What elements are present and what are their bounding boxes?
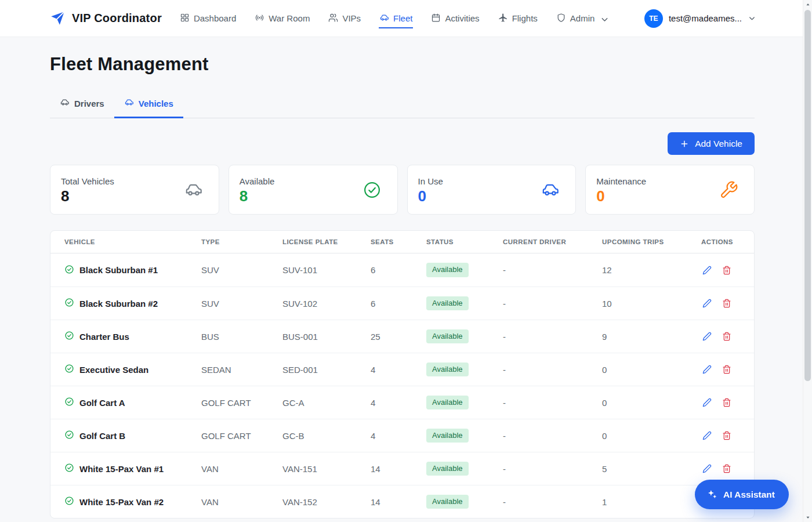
- stats-cards: Total Vehicles 8 Available 8 In Use 0 Ma…: [50, 165, 755, 215]
- delete-button[interactable]: [721, 364, 733, 375]
- car-icon: [184, 180, 203, 200]
- actions-cell: [701, 298, 740, 309]
- seats-cell: 6: [371, 299, 426, 309]
- ai-assistant-button[interactable]: AI Assistant: [695, 480, 789, 509]
- current-driver-cell: -: [503, 365, 602, 375]
- status-cell: Available: [426, 396, 503, 409]
- delete-button[interactable]: [721, 264, 733, 276]
- nav-label: Flights: [512, 13, 538, 23]
- license-plate-cell: VAN-151: [282, 464, 371, 474]
- stat-label: Available: [240, 176, 275, 186]
- type-cell: VAN: [201, 464, 282, 474]
- trash-icon: [722, 400, 731, 409]
- seats-cell: 4: [371, 431, 426, 441]
- vehicle-cell: Black Suburban #2: [64, 298, 201, 309]
- car-icon: [379, 13, 389, 24]
- nav-item-fleet[interactable]: Fleet: [379, 9, 413, 28]
- table-row: Charter Bus BUS BUS-001 25 Available - 9: [50, 320, 754, 353]
- upcoming-trips-cell: 0: [602, 431, 701, 441]
- edit-button[interactable]: [701, 264, 713, 276]
- chevron-down-icon: [600, 14, 608, 23]
- edit-button[interactable]: [701, 298, 713, 309]
- license-plate-cell: GC-A: [282, 398, 371, 408]
- pencil-icon: [702, 301, 712, 310]
- column-header-license-plate: License Plate: [282, 238, 371, 245]
- delete-button[interactable]: [721, 463, 733, 474]
- check-circle-icon: [362, 180, 382, 200]
- nav-label: Admin: [570, 13, 595, 23]
- nav-item-war-room[interactable]: War Room: [254, 9, 310, 28]
- edit-button[interactable]: [701, 397, 713, 408]
- dashboard-grid-icon: [180, 13, 190, 24]
- tab-vehicles[interactable]: Vehicles: [114, 94, 183, 118]
- add-vehicle-button[interactable]: Add Vehicle: [668, 132, 755, 155]
- upcoming-trips-cell: 1: [602, 497, 701, 507]
- status-badge: Available: [426, 263, 469, 277]
- wrench-icon: [719, 180, 738, 200]
- table-row: Golf Cart B GOLF CART GC-B 4 Available -…: [50, 419, 754, 452]
- tab-label: Vehicles: [139, 99, 173, 108]
- status-badge: Available: [426, 495, 469, 509]
- tab-drivers[interactable]: Drivers: [50, 94, 114, 118]
- delete-button[interactable]: [721, 331, 733, 342]
- status-badge: Available: [426, 396, 469, 409]
- nav-label: Fleet: [393, 13, 412, 23]
- edit-button[interactable]: [701, 364, 713, 375]
- brand[interactable]: VIP Coordinator: [50, 10, 162, 26]
- edit-button[interactable]: [701, 430, 713, 441]
- user-email: test@madeames...: [669, 13, 742, 23]
- delete-button[interactable]: [721, 298, 733, 309]
- shield-icon: [556, 13, 566, 24]
- status-badge: Available: [426, 296, 469, 310]
- nav-item-activities[interactable]: Activities: [430, 9, 480, 28]
- table-header-row: Vehicle Type License Plate Seats Status …: [50, 231, 754, 253]
- pencil-icon: [702, 268, 712, 277]
- scroll-up-arrow-icon[interactable]: [803, 0, 812, 9]
- check-circle-icon: [64, 364, 74, 375]
- check-circle-icon: [64, 496, 74, 507]
- nav-item-dashboard[interactable]: Dashboard: [179, 9, 237, 28]
- nav-item-vips[interactable]: VIPs: [328, 9, 361, 28]
- vehicle-name: Golf Cart A: [79, 398, 125, 408]
- scroll-down-arrow-icon[interactable]: [803, 513, 812, 522]
- stat-value: 0: [596, 188, 646, 204]
- scrollbar-thumb[interactable]: [804, 10, 811, 381]
- main-nav: Dashboard War Room VIPs Fleet Activities…: [179, 9, 644, 28]
- main-content: Fleet Management Drivers Vehicles Add Ve…: [50, 37, 755, 519]
- column-header-vehicle: Vehicle: [64, 238, 201, 245]
- scrollbar[interactable]: [803, 0, 812, 522]
- paper-plane-logo-icon: [50, 10, 66, 26]
- type-cell: GOLF CART: [201, 431, 282, 441]
- edit-button[interactable]: [701, 463, 713, 474]
- stat-value: 8: [61, 188, 114, 204]
- check-circle-icon: [64, 463, 74, 474]
- current-driver-cell: -: [503, 464, 602, 474]
- check-circle-icon: [64, 430, 74, 441]
- trash-icon: [722, 466, 731, 475]
- delete-button[interactable]: [721, 397, 733, 408]
- vehicle-name: Golf Cart B: [79, 431, 125, 441]
- pencil-icon: [702, 334, 712, 343]
- nav-item-admin[interactable]: Admin: [556, 9, 609, 28]
- ai-assistant-label: AI Assistant: [723, 490, 775, 500]
- nav-label: War Room: [269, 13, 310, 23]
- status-cell: Available: [426, 296, 503, 310]
- column-header-type: Type: [201, 238, 282, 245]
- vehicle-name: Black Suburban #1: [79, 265, 158, 275]
- seats-cell: 6: [371, 265, 426, 275]
- edit-button[interactable]: [701, 331, 713, 342]
- status-badge: Available: [426, 329, 469, 343]
- actions-cell: [701, 397, 740, 408]
- delete-button[interactable]: [721, 430, 733, 441]
- user-menu[interactable]: TE test@madeames...: [644, 9, 756, 28]
- nav-item-flights[interactable]: Flights: [498, 9, 538, 28]
- add-vehicle-label: Add Vehicle: [695, 139, 742, 149]
- column-header-actions: Actions: [701, 238, 740, 245]
- people-icon: [328, 13, 338, 24]
- seats-cell: 4: [371, 365, 426, 375]
- actions-cell: [701, 264, 740, 276]
- stat-value: 8: [240, 188, 275, 204]
- stat-value: 0: [418, 188, 443, 204]
- vehicle-cell: Golf Cart A: [64, 397, 201, 408]
- check-circle-icon: [64, 298, 74, 309]
